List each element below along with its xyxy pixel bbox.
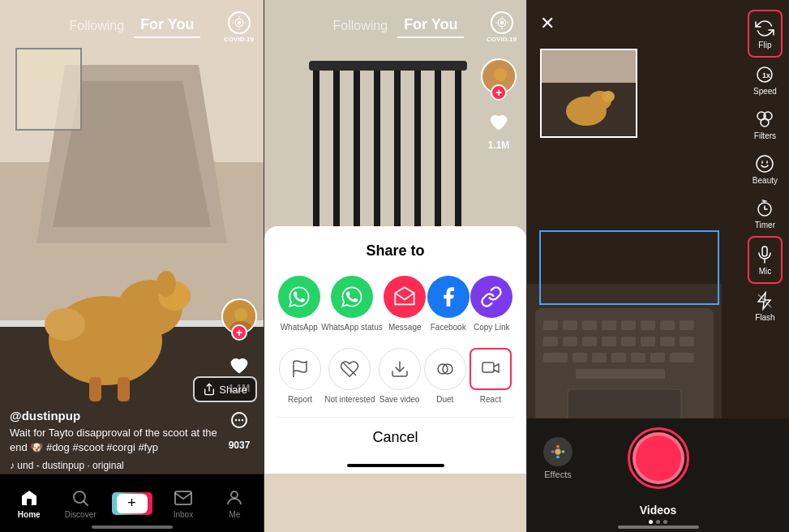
svg-line-30 [84, 501, 88, 505]
svg-point-112 [555, 448, 560, 454]
like-count-2: 1.1M [488, 139, 510, 151]
mic-control[interactable]: Mic [748, 236, 783, 284]
svg-point-22 [234, 308, 247, 321]
svg-rect-90 [670, 353, 694, 363]
share-copylink[interactable]: Copy Link [470, 276, 512, 332]
save-video-label: Save video [379, 395, 419, 404]
avatar-container-2[interactable]: + [481, 58, 517, 94]
inbox-icon-1 [174, 488, 193, 508]
share-icons-row: WhatsApp WhatsApp status [277, 276, 513, 332]
svg-rect-109 [762, 247, 767, 256]
share-button-1[interactable]: Share [193, 376, 257, 402]
react-icon [470, 348, 512, 390]
not-interested-label: Not interested [324, 395, 375, 404]
follow-plus-1[interactable]: + [231, 324, 247, 341]
effects-label: Effects [544, 470, 571, 479]
nav-inbox-label-1: Inbox [174, 510, 193, 519]
svg-text:3: 3 [761, 199, 765, 204]
filters-control[interactable]: Filters [748, 102, 783, 147]
share-facebook[interactable]: Facebook [427, 276, 470, 332]
svg-rect-6 [16, 49, 81, 130]
music-info-1: ♪ und - dustinpup · original [10, 460, 219, 471]
share-title: Share to [277, 242, 513, 260]
nav-inbox-1[interactable]: Inbox [157, 488, 208, 519]
nav-add-1[interactable]: + [106, 492, 157, 515]
effects-button[interactable]: Effects [543, 437, 572, 479]
svg-rect-13 [89, 377, 101, 401]
share-bottom-row: Report Not interested [277, 348, 513, 404]
top-nav-1: Following For You COVID-19 [0, 0, 264, 45]
share-report[interactable]: Report [279, 348, 321, 404]
flash-control[interactable]: Flash [748, 284, 783, 328]
camera-close-button[interactable]: ✕ [540, 13, 555, 34]
avatar-container-1[interactable]: + [221, 298, 257, 334]
nav-foryou-2[interactable]: For You [397, 13, 464, 38]
dot-active [649, 520, 653, 524]
like-area-2[interactable]: + 1.1M [481, 58, 517, 151]
dot-2 [663, 520, 667, 524]
plus-button-1[interactable]: + [115, 492, 149, 515]
share-react[interactable]: React [470, 348, 512, 404]
speed-control[interactable]: 1x Speed [748, 58, 783, 102]
nav-discover-1[interactable]: Discover [54, 488, 105, 519]
share-label-1: Share [219, 384, 247, 396]
nav-foryou-1[interactable]: For You [134, 13, 200, 38]
nav-following-1[interactable]: Following [63, 15, 131, 36]
svg-rect-70 [582, 320, 597, 330]
report-label: Report [288, 395, 312, 404]
svg-rect-69 [563, 320, 577, 330]
share-whatsapp-status[interactable]: WhatsApp status [321, 276, 383, 332]
share-not-interested[interactable]: Not interested [324, 348, 375, 404]
viewfinder [540, 49, 637, 138]
like-button-2[interactable]: 1.1M [484, 107, 513, 151]
svg-point-113 [556, 444, 560, 448]
share-cancel-button[interactable]: Cancel [277, 417, 513, 457]
covid-badge-1[interactable]: COVID-19 [224, 11, 254, 43]
panel-2: Following For You COVID-19 [264, 0, 527, 532]
right-actions-1: + 1.1M 9037 [221, 298, 257, 451]
svg-rect-85 [572, 353, 587, 363]
covid-badge-2[interactable]: COVID-19 [487, 11, 517, 43]
videos-label: Videos [640, 504, 677, 517]
share-save-video[interactable]: Save video [379, 348, 421, 404]
timer-label: Timer [755, 221, 775, 230]
svg-rect-88 [631, 353, 645, 363]
mic-icon [754, 244, 775, 265]
follow-plus-2[interactable]: + [491, 84, 507, 101]
mic-label: Mic [759, 267, 772, 276]
flash-label: Flash [755, 313, 774, 322]
covid-icon-2 [491, 11, 513, 34]
home-indicator-1 [92, 526, 173, 529]
svg-rect-42 [309, 61, 467, 71]
save-video-icon [379, 348, 421, 390]
nav-me-1[interactable]: Me [209, 488, 260, 519]
beauty-control[interactable]: Beauty [748, 147, 783, 191]
timer-control[interactable]: 3 Timer [748, 191, 783, 236]
share-whatsapp[interactable]: WhatsApp [278, 276, 320, 332]
camera-bottom: Effects Videos [527, 418, 789, 532]
covid-text-1: COVID-19 [224, 36, 254, 43]
comment-icon-1 [225, 407, 254, 436]
svg-rect-78 [582, 337, 597, 346]
svg-point-103 [761, 118, 769, 127]
whatsapp-status-label: WhatsApp status [321, 323, 383, 332]
record-button[interactable] [628, 427, 689, 489]
viewfinder-background [542, 50, 636, 136]
share-message[interactable]: Message [384, 276, 426, 332]
nav-home-label-1: Home [18, 510, 41, 519]
speed-label: Speed [753, 87, 777, 96]
heart-icon-2 [484, 107, 513, 136]
nav-home-1[interactable]: Home [3, 488, 54, 519]
duet-label: Duet [436, 395, 453, 404]
svg-rect-81 [641, 337, 655, 346]
svg-rect-86 [592, 353, 607, 363]
comment-button-1[interactable]: 9037 [225, 407, 254, 451]
heart-icon-1 [225, 350, 254, 380]
share-duet[interactable]: Duet [424, 348, 466, 404]
camera-bottom-row: Effects [527, 427, 789, 489]
timer-icon: 3 [754, 198, 775, 219]
flip-control[interactable]: Flip [748, 10, 783, 58]
home-indicator-2 [347, 464, 444, 467]
nav-following-2[interactable]: Following [327, 15, 395, 36]
username-1[interactable]: @dustinpup [10, 409, 219, 423]
